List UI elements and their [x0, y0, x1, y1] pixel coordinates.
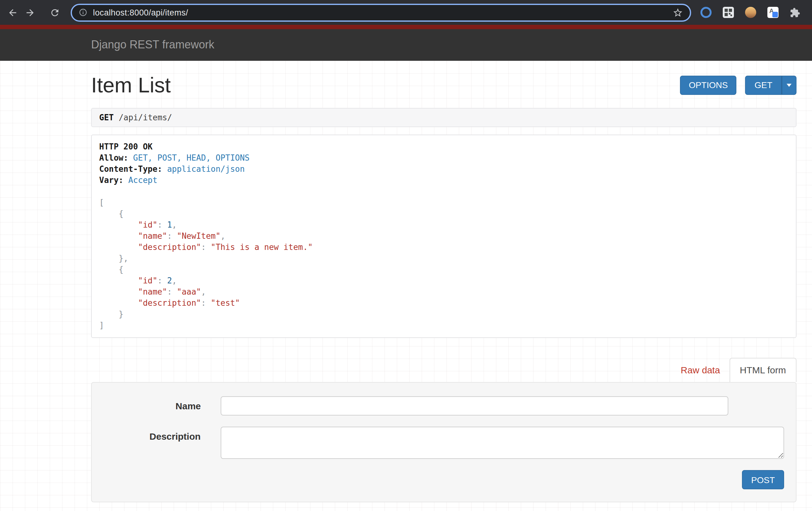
- tab-raw-data[interactable]: Raw data: [680, 365, 720, 375]
- page-title: Item List: [91, 73, 171, 97]
- header-buttons: OPTIONS GET: [680, 75, 796, 94]
- response-header-allow: Allow: GET, POST, HEAD, OPTIONS: [99, 152, 788, 164]
- url-text[interactable]: localhost:8000/api/items/: [93, 8, 672, 17]
- extensions-puzzle-icon[interactable]: [790, 7, 800, 18]
- response-header-content-type: Content-Type: application/json: [99, 164, 788, 175]
- toolbar-extensions: A: [700, 7, 800, 18]
- reload-button[interactable]: [46, 4, 63, 21]
- profile-avatar[interactable]: [745, 7, 756, 18]
- back-button[interactable]: [4, 4, 21, 21]
- format-tabs: Raw data HTML form: [91, 358, 796, 382]
- name-row: Name: [92, 396, 784, 416]
- form-actions: POST: [92, 470, 784, 489]
- response-header-vary: Vary: Accept: [99, 175, 788, 186]
- page-header: Item List OPTIONS GET: [91, 61, 796, 97]
- caret-down-icon: [787, 83, 791, 86]
- accent-strip: [0, 25, 812, 29]
- page: localhost:8000/api/items/ A Django REST …: [0, 0, 812, 511]
- description-label: Description: [92, 427, 201, 446]
- description-input[interactable]: [220, 427, 784, 459]
- forward-icon: [25, 7, 35, 18]
- qr-extension-icon[interactable]: [723, 7, 734, 18]
- get-button[interactable]: GET: [745, 75, 782, 94]
- options-button[interactable]: OPTIONS: [680, 75, 736, 94]
- drf-navbar: Django REST framework: [0, 29, 812, 61]
- translate-square: [772, 12, 778, 17]
- get-split-button: GET: [745, 75, 796, 94]
- reload-icon: [49, 7, 60, 18]
- name-label: Name: [92, 396, 201, 416]
- response-body-json: [ { "id": 1, "name": "NewItem", "descrip…: [99, 197, 788, 331]
- get-dropdown-caret[interactable]: [782, 75, 796, 94]
- request-method: GET: [99, 113, 114, 122]
- bookmark-star-icon[interactable]: [672, 7, 683, 18]
- request-path: /api/items/: [119, 113, 172, 122]
- browser-toolbar: localhost:8000/api/items/ A: [0, 0, 812, 25]
- site-info-icon[interactable]: [79, 8, 87, 17]
- response-status: HTTP 200 OK: [99, 141, 788, 152]
- response-panel: HTTP 200 OK Allow: GET, POST, HEAD, OPTI…: [91, 135, 796, 338]
- form-panel: Name Description POST: [91, 382, 796, 502]
- request-summary: GET /api/items/: [91, 108, 796, 127]
- url-bar[interactable]: localhost:8000/api/items/: [71, 3, 691, 21]
- post-button[interactable]: POST: [742, 470, 784, 489]
- description-row: Description: [92, 427, 784, 459]
- translate-extension-icon[interactable]: A: [767, 7, 779, 18]
- name-input[interactable]: [221, 396, 728, 416]
- brand-link[interactable]: Django REST framework: [91, 38, 214, 52]
- extension-ring-icon[interactable]: [700, 7, 712, 18]
- back-icon: [7, 7, 18, 18]
- forward-button[interactable]: [21, 4, 38, 21]
- main-content: Item List OPTIONS GET GET /api/items/ HT…: [0, 61, 812, 511]
- tab-html-form[interactable]: HTML form: [729, 358, 796, 382]
